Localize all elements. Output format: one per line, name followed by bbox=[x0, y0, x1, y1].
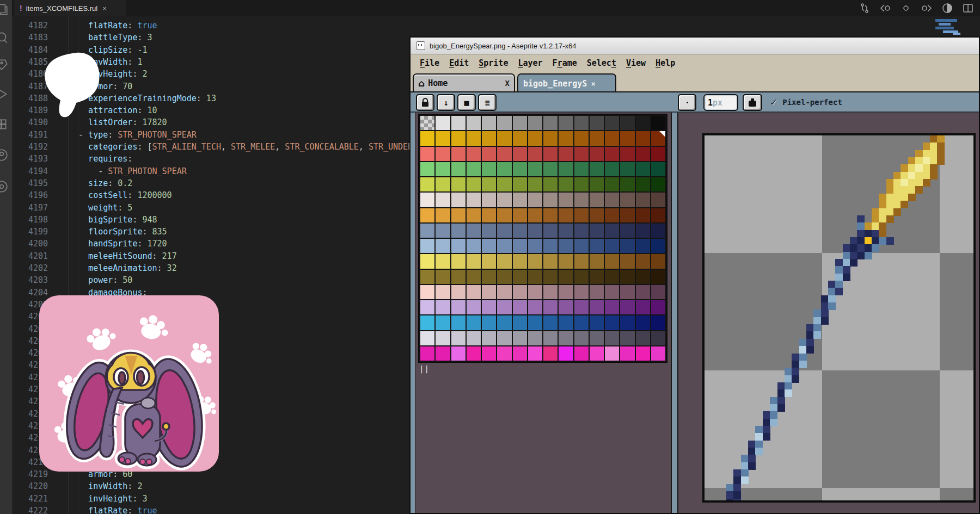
palette-cell[interactable] bbox=[559, 193, 573, 207]
palette-cell[interactable] bbox=[636, 270, 650, 284]
palette-cell[interactable] bbox=[651, 315, 665, 330]
palette-cell[interactable] bbox=[420, 131, 434, 145]
palette-cell[interactable] bbox=[451, 239, 465, 253]
palette-cell[interactable] bbox=[590, 300, 604, 314]
half-circle-icon[interactable] bbox=[941, 2, 954, 15]
palette-cell[interactable] bbox=[467, 270, 481, 284]
palette-cell[interactable] bbox=[513, 254, 527, 268]
palette-cell[interactable] bbox=[482, 116, 496, 130]
palette-cell[interactable] bbox=[436, 315, 450, 330]
palette-cell[interactable] bbox=[605, 285, 619, 299]
palette-cell[interactable] bbox=[497, 208, 511, 222]
palette-cell[interactable] bbox=[620, 131, 634, 145]
palette-cell[interactable] bbox=[436, 147, 450, 161]
palette-cell[interactable] bbox=[420, 116, 434, 130]
palette-cell[interactable] bbox=[451, 254, 465, 268]
palette-cell[interactable] bbox=[620, 224, 634, 238]
menu-item-edit[interactable]: Edit bbox=[444, 57, 474, 69]
palette-cell[interactable] bbox=[420, 224, 434, 238]
palette-cell[interactable] bbox=[436, 224, 450, 238]
palette-cell[interactable] bbox=[497, 254, 511, 268]
palette-cell[interactable] bbox=[497, 239, 511, 253]
palette-cell[interactable] bbox=[574, 285, 589, 299]
palette-cell[interactable] bbox=[528, 254, 542, 268]
palette-cell[interactable] bbox=[467, 239, 481, 253]
palette-cell[interactable] bbox=[482, 254, 496, 268]
palette-cell[interactable] bbox=[497, 285, 511, 299]
palette-cell[interactable] bbox=[482, 300, 496, 314]
palette-cell[interactable] bbox=[559, 254, 573, 268]
palette-cell[interactable] bbox=[636, 346, 650, 361]
palette-cell[interactable] bbox=[482, 224, 496, 238]
palette-cell[interactable] bbox=[482, 177, 496, 191]
sprite-tab-close-icon[interactable]: × bbox=[591, 79, 595, 88]
palette-cell[interactable] bbox=[436, 300, 450, 314]
palette-cell[interactable] bbox=[590, 285, 604, 299]
palette-cell[interactable] bbox=[528, 193, 542, 207]
aseprite-title-bar[interactable]: bigob_EnergySpear.png - Aseprite v1.2.17… bbox=[411, 38, 979, 54]
palette-cell[interactable] bbox=[451, 270, 465, 284]
compare-icon[interactable] bbox=[858, 2, 871, 15]
palette-cell[interactable] bbox=[651, 331, 665, 345]
palette-cell[interactable] bbox=[620, 177, 634, 191]
palette-cell[interactable] bbox=[605, 177, 619, 191]
palette-cell[interactable] bbox=[528, 285, 542, 299]
palette-cell[interactable] bbox=[543, 300, 558, 314]
palette-cell[interactable] bbox=[451, 315, 465, 330]
palette-cell[interactable] bbox=[436, 131, 450, 145]
palette-cell[interactable] bbox=[574, 208, 589, 222]
palette-cell[interactable] bbox=[497, 177, 511, 191]
menu-item-frame[interactable]: Frame bbox=[548, 57, 582, 69]
palette-cell[interactable] bbox=[543, 315, 558, 330]
palette-cell[interactable] bbox=[605, 147, 619, 161]
palette-cell[interactable] bbox=[574, 224, 589, 238]
account-icon[interactable] bbox=[0, 148, 9, 162]
extensions-icon[interactable] bbox=[0, 117, 9, 132]
palette-cell[interactable] bbox=[590, 270, 604, 284]
palette-cell[interactable] bbox=[467, 193, 481, 207]
palette-cell[interactable] bbox=[513, 270, 527, 284]
palette-cell[interactable] bbox=[467, 300, 481, 314]
palette-cell[interactable] bbox=[420, 285, 434, 299]
menu-button[interactable]: ≡ bbox=[478, 94, 497, 111]
palette-cell[interactable] bbox=[559, 208, 573, 222]
palette-cell[interactable] bbox=[467, 254, 481, 268]
palette-cell[interactable] bbox=[482, 208, 496, 222]
palette-cell[interactable] bbox=[620, 285, 634, 299]
menu-item-file[interactable]: File bbox=[415, 57, 444, 69]
palette-cell[interactable] bbox=[543, 177, 558, 191]
palette-cell[interactable] bbox=[590, 162, 604, 176]
palette-cell[interactable] bbox=[513, 346, 527, 361]
palette-cell[interactable] bbox=[574, 331, 589, 345]
palette-cell[interactable] bbox=[605, 254, 619, 268]
palette-cell[interactable] bbox=[590, 147, 604, 161]
palette-cell[interactable] bbox=[451, 331, 465, 345]
palette-cell[interactable] bbox=[605, 162, 619, 176]
palette-cell[interactable] bbox=[636, 162, 650, 176]
palette-cell[interactable] bbox=[436, 270, 450, 284]
palette-cell[interactable] bbox=[451, 131, 465, 145]
palette-cell[interactable] bbox=[605, 346, 619, 361]
palette-cell[interactable] bbox=[605, 331, 619, 345]
palette-cell[interactable] bbox=[620, 315, 634, 330]
palette-cell[interactable] bbox=[559, 131, 573, 145]
files-icon[interactable] bbox=[0, 2, 9, 16]
home-tab-close-icon[interactable]: X bbox=[505, 79, 510, 88]
palette-cell[interactable] bbox=[451, 224, 465, 238]
palette-cell[interactable] bbox=[436, 162, 450, 176]
palette-cell[interactable] bbox=[467, 331, 481, 345]
palette-cell[interactable] bbox=[605, 300, 619, 314]
brush-size-input[interactable]: 1 px bbox=[703, 94, 738, 111]
palette-cell[interactable] bbox=[620, 239, 634, 253]
palette-cell[interactable] bbox=[420, 208, 434, 222]
palette-cell[interactable] bbox=[651, 177, 665, 191]
palette-cell[interactable] bbox=[528, 270, 542, 284]
menu-item-help[interactable]: Help bbox=[651, 57, 680, 69]
palette-cell[interactable] bbox=[590, 254, 604, 268]
palette-cell[interactable] bbox=[651, 270, 665, 284]
palette-cell[interactable] bbox=[528, 315, 542, 330]
palette-cell[interactable] bbox=[574, 193, 589, 207]
palette-cell[interactable] bbox=[574, 162, 589, 176]
palette-cell[interactable] bbox=[451, 300, 465, 314]
palette-cell[interactable] bbox=[451, 193, 465, 207]
